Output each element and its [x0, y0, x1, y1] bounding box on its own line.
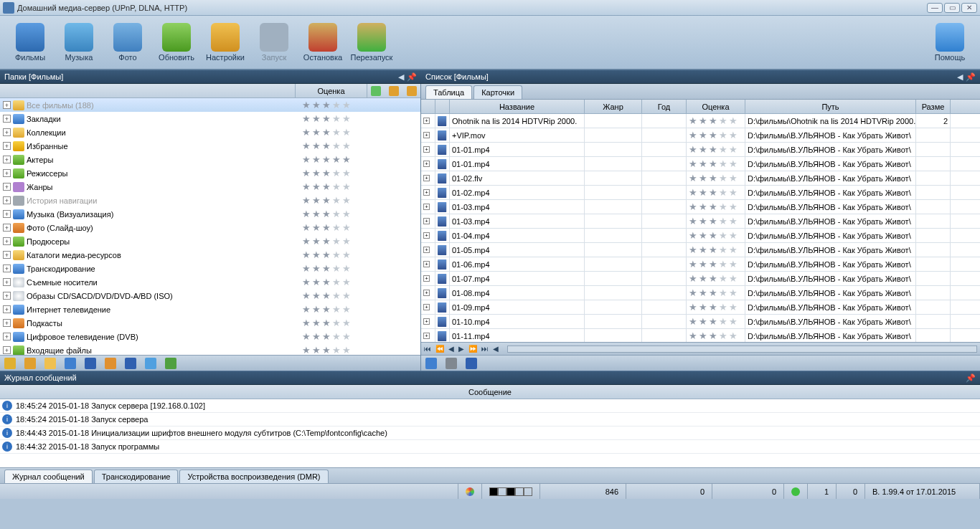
expand-icon[interactable]: +: [423, 204, 430, 210]
rating-stars[interactable]: ★★★★★: [302, 305, 420, 315]
log-row[interactable]: i18:45:24 2015-01-18 Запуск сервера [192…: [0, 399, 980, 413]
file-rating[interactable]: ★★★★★: [687, 214, 745, 228]
expand-icon[interactable]: +: [3, 156, 11, 163]
file-rating[interactable]: ★★★★★: [687, 257, 745, 271]
tree-item[interactable]: +Подкасты★★★★★: [0, 316, 420, 330]
file-row[interactable]: +01-03.mp4★★★★★D:\фильмы\В.УЛЬЯНОВ - Как…: [421, 214, 980, 229]
expand-icon[interactable]: +: [3, 128, 11, 136]
expand-icon[interactable]: +: [423, 333, 430, 339]
folder-icon[interactable]: [24, 358, 36, 369]
file-rating[interactable]: ★★★★★: [687, 157, 745, 171]
expand-icon[interactable]: +: [3, 305, 11, 313]
rating-stars[interactable]: ★★★★★: [302, 141, 420, 151]
expand-icon[interactable]: +: [423, 161, 430, 167]
file-row[interactable]: +01-10.mp4★★★★★D:\фильмы\В.УЛЬЯНОВ - Как…: [421, 315, 980, 329]
edit-icon[interactable]: [4, 358, 16, 369]
expand-icon[interactable]: +: [3, 224, 11, 232]
tree-item[interactable]: +Жанры★★★★★: [0, 180, 420, 194]
nav-first-icon[interactable]: ⏮: [424, 345, 431, 353]
key-icon[interactable]: [389, 86, 399, 96]
file-rating[interactable]: ★★★★★: [687, 143, 745, 156]
expand-icon[interactable]: +: [3, 319, 11, 327]
tree-item[interactable]: +Закладки★★★★★: [0, 112, 420, 125]
collapse-left-icon[interactable]: ◀: [398, 72, 404, 82]
music-button[interactable]: Музыка: [55, 21, 103, 64]
col-year[interactable]: Год: [642, 100, 687, 113]
screen-icon[interactable]: [65, 358, 76, 369]
tree-item[interactable]: +Входящие файлы★★★★★: [0, 343, 420, 355]
pin-icon[interactable]: 📌: [966, 72, 976, 82]
expand-icon[interactable]: +: [3, 237, 11, 245]
tree-item[interactable]: +Интернет телевидение★★★★★: [0, 302, 420, 316]
refresh-button[interactable]: Обновить: [152, 21, 201, 64]
file-rating[interactable]: ★★★★★: [687, 286, 745, 300]
filter-icon[interactable]: [371, 86, 381, 96]
tab-dmr[interactable]: Устройства воспроизведения (DMR): [179, 470, 328, 483]
screen2-icon[interactable]: [425, 358, 437, 369]
file-grid[interactable]: +Ohotnik na lis 2014 HDTVRip 2000.★★★★★D…: [421, 114, 980, 342]
save2-icon[interactable]: [125, 358, 136, 369]
expand-icon[interactable]: +: [423, 132, 430, 138]
rating-stars[interactable]: ★★★★★: [302, 209, 420, 219]
col-path[interactable]: Путь: [745, 100, 916, 113]
globe-icon[interactable]: [145, 358, 156, 369]
save3-icon[interactable]: [466, 358, 477, 369]
expand-icon[interactable]: +: [3, 292, 11, 300]
rating-stars[interactable]: ★★★★★: [302, 277, 420, 287]
nav-scrollbar[interactable]: [507, 345, 977, 353]
file-row[interactable]: +01-01.mp4★★★★★D:\фильмы\В.УЛЬЯНОВ - Как…: [421, 143, 980, 157]
file-row[interactable]: +01-02.flv★★★★★D:\фильмы\В.УЛЬЯНОВ - Как…: [421, 171, 980, 186]
file-rating[interactable]: ★★★★★: [687, 186, 745, 199]
tree-item[interactable]: +Цифровое телевидение (DVB)★★★★★: [0, 330, 420, 343]
file-rating[interactable]: ★★★★★: [687, 329, 745, 342]
rating-stars[interactable]: ★★★★★: [302, 345, 420, 356]
restart-button[interactable]: Перезапуск: [347, 21, 396, 64]
expand-icon[interactable]: +: [3, 333, 11, 340]
maximize-button[interactable]: ▭: [944, 3, 960, 13]
expand-icon[interactable]: +: [3, 115, 11, 123]
file-rating[interactable]: ★★★★★: [687, 315, 745, 328]
expand-icon[interactable]: +: [3, 169, 11, 177]
nav-next-icon[interactable]: ▶: [458, 345, 464, 353]
file-rating[interactable]: ★★★★★: [687, 272, 745, 285]
tree-item[interactable]: +Каталоги медиа-ресурсов★★★★★: [0, 248, 420, 262]
log-pin-icon[interactable]: 📌: [966, 373, 976, 383]
file-rating[interactable]: ★★★★★: [687, 114, 745, 128]
help-button[interactable]: Помощь: [925, 21, 974, 64]
stop-button[interactable]: Остановка: [298, 21, 347, 64]
nav-prevpage-icon[interactable]: ⏪: [435, 345, 444, 353]
tree-item[interactable]: +Транскодирование★★★★★: [0, 262, 420, 275]
expand-icon[interactable]: +: [423, 318, 430, 325]
rating-stars[interactable]: ★★★★★: [302, 100, 420, 110]
save-icon[interactable]: [85, 358, 96, 369]
close-button[interactable]: ✕: [961, 3, 977, 13]
tab-log[interactable]: Журнал сообщений: [4, 470, 93, 483]
file-row[interactable]: +01-08.mp4★★★★★D:\фильмы\В.УЛЬЯНОВ - Как…: [421, 286, 980, 300]
photo-button[interactable]: Фото: [103, 21, 152, 64]
expand-icon[interactable]: +: [3, 183, 11, 191]
tree-item[interactable]: +Продюсеры★★★★★: [0, 234, 420, 248]
col-rating[interactable]: Оценка: [687, 100, 745, 113]
file-row[interactable]: +01-05.mp4★★★★★D:\фильмы\В.УЛЬЯНОВ - Как…: [421, 243, 980, 257]
col-genre[interactable]: Жанр: [585, 100, 642, 113]
file-row[interactable]: +01-09.mp4★★★★★D:\фильмы\В.УЛЬЯНОВ - Как…: [421, 300, 980, 315]
tree-item[interactable]: +Фото (Слайд-шоу)★★★★★: [0, 221, 420, 234]
tree-item[interactable]: +Актеры★★★★★: [0, 153, 420, 166]
rating-stars[interactable]: ★★★★★: [302, 182, 420, 192]
settings-button[interactable]: Настройки: [201, 21, 250, 64]
rating-stars[interactable]: ★★★★★: [302, 168, 420, 178]
rating-stars[interactable]: ★★★★★: [302, 291, 420, 301]
export-icon[interactable]: [105, 358, 116, 369]
file-row[interactable]: +01-07.mp4★★★★★D:\фильмы\В.УЛЬЯНОВ - Как…: [421, 272, 980, 286]
expand-icon[interactable]: +: [423, 175, 430, 181]
rating-stars[interactable]: ★★★★★: [302, 250, 420, 260]
file-rating[interactable]: ★★★★★: [687, 128, 745, 142]
tree-item[interactable]: +Коллекции★★★★★: [0, 125, 420, 139]
tree-item[interactable]: +Режиссеры★★★★★: [0, 166, 420, 180]
expand-icon[interactable]: +: [423, 275, 430, 282]
file-row[interactable]: +01-02.mp4★★★★★D:\фильмы\В.УЛЬЯНОВ - Как…: [421, 186, 980, 200]
tab-transcode[interactable]: Транскодирование: [94, 470, 179, 483]
expand-icon[interactable]: +: [3, 264, 11, 272]
rating-stars[interactable]: ★★★★★: [302, 114, 420, 124]
grid-icon[interactable]: [446, 358, 457, 369]
